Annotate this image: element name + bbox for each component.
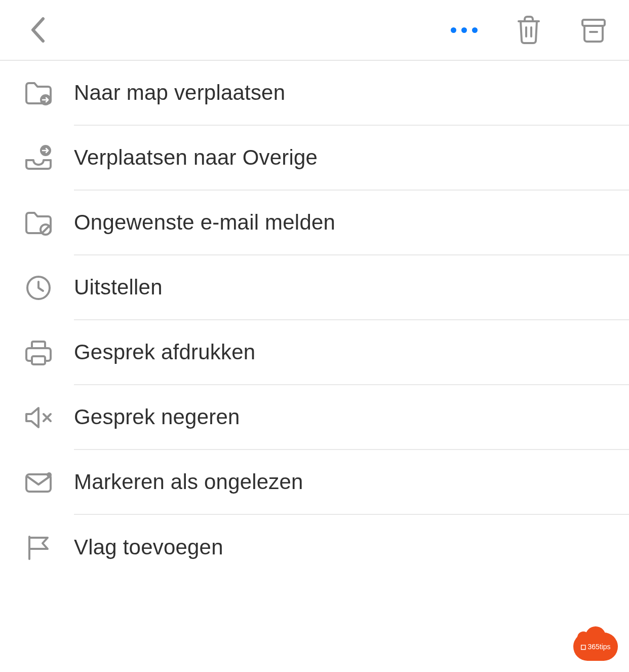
printer-icon [25, 340, 52, 365]
svg-point-7 [47, 472, 52, 477]
delete-button[interactable] [513, 14, 545, 46]
flag-icon [26, 535, 51, 560]
archive-icon [580, 17, 607, 43]
menu-item-mark-unread[interactable]: Markeren als ongelezen [0, 450, 629, 515]
menu-item-label: Naar map verplaatsen [74, 81, 285, 105]
header-actions [448, 14, 610, 46]
badge-text: 365tips [587, 643, 610, 651]
clock-icon [25, 275, 52, 301]
menu-item-move-other[interactable]: Verplaatsen naar Overige [0, 126, 629, 191]
folder-move-icon [24, 81, 53, 106]
svg-rect-6 [26, 474, 51, 492]
menu-item-label: Verplaatsen naar Overige [74, 145, 318, 170]
menu-item-snooze[interactable]: Uitstellen [0, 255, 629, 320]
svg-rect-0 [582, 20, 605, 26]
chevron-left-icon [30, 17, 45, 43]
menu-item-label: Ongewenste e-mail melden [74, 210, 335, 235]
menu-item-label: Markeren als ongelezen [74, 470, 303, 494]
speaker-mute-icon [24, 405, 53, 430]
menu-item-report-junk[interactable]: Ongewenste e-mail melden [0, 191, 629, 255]
more-button[interactable] [448, 14, 480, 46]
menu-item-flag[interactable]: Vlag toevoegen [0, 515, 629, 580]
action-menu: Naar map verplaatsen Verplaatsen naar Ov… [0, 61, 629, 580]
mail-unread-icon [25, 472, 52, 493]
back-button[interactable] [24, 17, 51, 43]
menu-item-move-folder[interactable]: Naar map verplaatsen [0, 61, 629, 126]
menu-item-label: Vlag toevoegen [74, 535, 223, 559]
more-icon [451, 27, 478, 33]
svg-rect-5 [32, 356, 45, 364]
menu-item-label: Gesprek negeren [74, 405, 240, 429]
trash-icon [516, 15, 542, 45]
menu-item-label: Gesprek afdrukken [74, 340, 255, 364]
menu-item-label: Uitstellen [74, 275, 163, 300]
folder-block-icon [24, 210, 53, 236]
365tips-badge: ◻365tips [573, 632, 618, 661]
archive-button[interactable] [577, 14, 610, 46]
tray-move-icon [24, 145, 53, 171]
menu-item-print[interactable]: Gesprek afdrukken [0, 320, 629, 385]
menu-item-ignore[interactable]: Gesprek negeren [0, 385, 629, 450]
header-bar [0, 0, 629, 61]
